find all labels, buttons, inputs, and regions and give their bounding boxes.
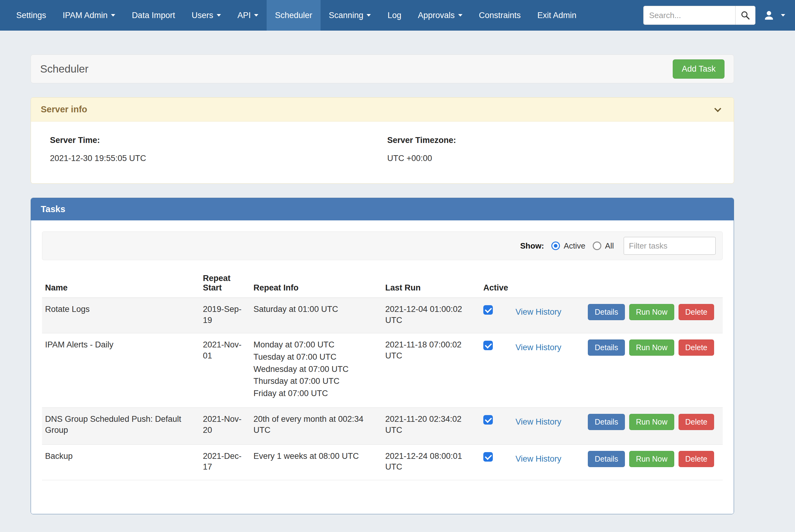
server-info-panel: Server info Server Time: 2021-12-30 19:5… (31, 97, 734, 184)
active-checkbox[interactable] (483, 452, 493, 461)
nav-item-label: API (237, 11, 251, 20)
delete-button[interactable]: Delete (679, 451, 714, 467)
add-task-button[interactable]: Add Task (673, 59, 724, 79)
chevron-down-icon (254, 14, 258, 17)
details-button[interactable]: Details (588, 414, 625, 430)
repeat-info-line: Every 1 weeks at 08:00 UTC (253, 451, 374, 462)
tasks-filter-bar: Show: Active All (42, 231, 723, 260)
run-now-button[interactable]: Run Now (629, 451, 674, 467)
table-row: IPAM Alerts - Daily2021-Nov-01Monday at … (42, 333, 723, 408)
details-button[interactable]: Details (588, 340, 625, 356)
navbar-items: SettingsIPAM AdminData ImportUsersAPISch… (8, 0, 585, 31)
nav-item-label: Constraints (479, 11, 521, 20)
tasks-panel-body: Show: Active All Name (31, 221, 734, 514)
tasks-table-head: Name Repeat Start Repeat Info Last Run A… (42, 271, 723, 298)
search-group (643, 6, 756, 25)
chevron-down-icon[interactable] (715, 105, 721, 112)
radio-all[interactable]: All (593, 241, 614, 251)
nav-item-constraints[interactable]: Constraints (471, 0, 529, 31)
top-navbar: SettingsIPAM AdminData ImportUsersAPISch… (0, 0, 795, 31)
details-button[interactable]: Details (588, 304, 625, 320)
task-name-cell: IPAM Alerts - Daily (42, 333, 200, 408)
radio-all-label: All (605, 241, 614, 251)
tasks-panel: Tasks Show: Active All (31, 198, 734, 514)
chevron-down-icon (217, 14, 221, 17)
chevron-down-icon (781, 14, 785, 17)
row-actions: View HistoryDetailsRun NowDelete (516, 304, 714, 320)
repeat-start-cell: 2021-Nov-20 (200, 408, 250, 444)
column-header-last-run: Last Run (382, 271, 480, 298)
server-timezone-value: UTC +00:00 (387, 154, 725, 163)
filter-tasks-input[interactable] (624, 237, 716, 255)
navbar-right (643, 0, 787, 31)
tasks-table: Name Repeat Start Repeat Info Last Run A… (42, 271, 723, 480)
user-icon (763, 10, 775, 21)
radio-active-button[interactable] (552, 242, 560, 250)
repeat-info-line: Friday at 07:00 UTC (253, 388, 374, 399)
active-checkbox[interactable] (483, 341, 493, 350)
row-actions: View HistoryDetailsRun NowDelete (516, 451, 714, 467)
nav-item-exit-admin[interactable]: Exit Admin (529, 0, 585, 31)
user-menu[interactable] (762, 10, 787, 21)
delete-button[interactable]: Delete (679, 414, 714, 430)
details-button[interactable]: Details (588, 451, 625, 467)
active-checkbox[interactable] (483, 305, 493, 315)
chevron-down-icon (366, 14, 371, 17)
row-actions: View HistoryDetailsRun NowDelete (516, 340, 714, 356)
column-header-active: Active (480, 271, 512, 298)
repeat-start-cell: 2021-Nov-01 (200, 333, 250, 408)
task-name-cell: Backup (42, 444, 200, 480)
actions-cell: View HistoryDetailsRun NowDelete (512, 408, 723, 444)
radio-active[interactable]: Active (552, 241, 585, 251)
search-button[interactable] (735, 6, 756, 25)
nav-item-scheduler[interactable]: Scheduler (267, 0, 321, 31)
radio-all-button[interactable] (593, 242, 601, 250)
run-now-button[interactable]: Run Now (629, 414, 674, 430)
active-cell (480, 444, 512, 480)
run-now-button[interactable]: Run Now (629, 304, 674, 320)
run-now-button[interactable]: Run Now (629, 340, 674, 356)
actions-cell: View HistoryDetailsRun NowDelete (512, 298, 723, 333)
view-history-link[interactable]: View History (516, 454, 561, 465)
tasks-panel-header: Tasks (31, 198, 734, 221)
nav-item-label: Scanning (329, 11, 363, 20)
nav-item-label: Approvals (418, 11, 454, 20)
scheduler-header-panel: Scheduler Add Task (31, 55, 734, 83)
repeat-info-cell: Monday at 07:00 UTCTuesday at 07:00 UTCW… (250, 333, 382, 408)
repeat-info-line: Saturday at 01:00 UTC (253, 304, 374, 315)
nav-item-log[interactable]: Log (379, 0, 410, 31)
last-run-cell: 2021-11-18 07:00:02 UTC (382, 333, 480, 408)
nav-item-approvals[interactable]: Approvals (410, 0, 470, 31)
repeat-info-cell: 20th of every month at 002:34 UTC (250, 408, 382, 444)
chevron-down-icon (111, 14, 115, 17)
active-checkbox[interactable] (483, 415, 493, 424)
last-run-cell: 2021-12-04 01:00:02 UTC (382, 298, 480, 333)
main-content: Scheduler Add Task Server info Server Ti… (0, 31, 795, 514)
view-history-link[interactable]: View History (516, 417, 561, 428)
page-title: Scheduler (40, 63, 89, 75)
nav-item-label: Data Import (132, 11, 175, 20)
nav-item-users[interactable]: Users (183, 0, 229, 31)
view-history-link[interactable]: View History (516, 307, 561, 318)
search-icon (741, 11, 750, 20)
nav-item-label: Scheduler (275, 11, 312, 20)
row-actions: View HistoryDetailsRun NowDelete (516, 414, 714, 430)
search-input[interactable] (643, 6, 735, 25)
delete-button[interactable]: Delete (679, 340, 714, 356)
nav-item-ipam-admin[interactable]: IPAM Admin (55, 0, 124, 31)
server-time-label: Server Time: (50, 136, 387, 145)
active-cell (480, 298, 512, 333)
server-info-header[interactable]: Server info (31, 98, 734, 121)
nav-item-api[interactable]: API (229, 0, 267, 31)
nav-item-data-import[interactable]: Data Import (124, 0, 183, 31)
last-run-cell: 2021-12-24 08:00:01 UTC (382, 444, 480, 480)
nav-item-scanning[interactable]: Scanning (321, 0, 379, 31)
server-timezone-label: Server Timezone: (387, 136, 725, 145)
radio-active-label: Active (564, 241, 585, 251)
view-history-link[interactable]: View History (516, 342, 561, 353)
task-name-cell: Rotate Logs (42, 298, 200, 333)
delete-button[interactable]: Delete (679, 304, 714, 320)
nav-item-settings[interactable]: Settings (8, 0, 55, 31)
active-cell (480, 333, 512, 408)
nav-item-label: Exit Admin (537, 11, 577, 20)
